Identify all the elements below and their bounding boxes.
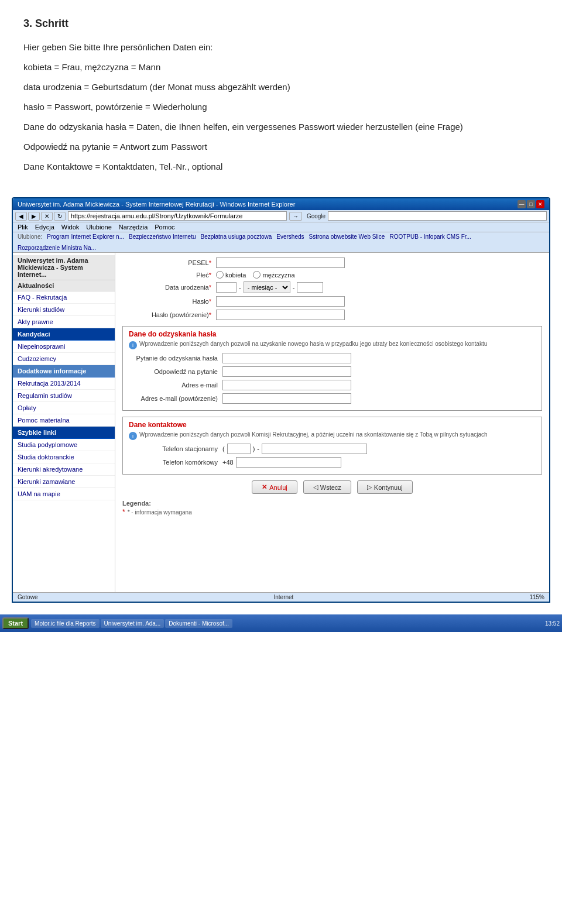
menu-edycja[interactable]: Edycja	[35, 224, 54, 231]
address-bar[interactable]	[68, 211, 287, 221]
haslo-input[interactable]	[216, 296, 345, 307]
recovery-desc: i Wprowadzenie poniższych danych pozwoli…	[129, 341, 536, 349]
sidebar-szybkie[interactable]: Szybkie linki	[13, 427, 115, 439]
cancel-label: Anuluj	[269, 484, 287, 491]
taskbar-item-1[interactable]: Uniwersytet im. Ada...	[101, 619, 165, 628]
taskbar-items: Motor.ic file dla Reports Uniwersytet im…	[31, 619, 543, 628]
close-button[interactable]: ✕	[536, 200, 544, 208]
haslo-pow-row: Hasło (powtórzenie)*	[122, 310, 542, 320]
email-label: Adres e-mail	[129, 382, 222, 389]
search-label: Google	[307, 213, 325, 219]
sidebar-akty-prawne[interactable]: Akty prawne	[13, 316, 115, 328]
back-icon: ◁	[313, 483, 318, 491]
fav-3[interactable]: Eversheds	[276, 233, 304, 240]
menu-widok[interactable]: Widok	[61, 224, 80, 231]
sidebar-faq[interactable]: FAQ - Rekrutacja	[13, 291, 115, 304]
tel-kom-row: Telefon komórkowy +48	[129, 457, 536, 468]
month-select[interactable]: - miesiąc - styczeń luty marzec kwiecień…	[244, 281, 290, 293]
tel-area-input[interactable]	[227, 444, 251, 454]
fav-5[interactable]: ROOTPUB - Infopark CMS Fr...	[389, 233, 471, 240]
nav-buttons: ◀ ▶ ✕ ↻	[15, 212, 66, 221]
legenda-required: * * - informacja wymagana	[122, 508, 542, 516]
pytanie-label: Pytanie do odzyskania hasła	[129, 355, 222, 362]
sidebar-oplaty[interactable]: Opłaty	[13, 402, 115, 414]
haslo-pow-input[interactable]	[216, 310, 345, 320]
sidebar-doktoranckie[interactable]: Studia doktoranckie	[13, 451, 115, 463]
pytanie-row: Pytanie do odzyskania hasła	[129, 353, 536, 363]
sidebar-aktualnosci[interactable]: Aktualności	[13, 280, 115, 291]
browser-window: Uniwersytet im. Adama Mickiewicza - Syst…	[12, 197, 550, 603]
tel-stac-row: Telefon stacjonarny ( ) -	[129, 444, 536, 454]
fav-0[interactable]: Program Internet Explorer n...	[47, 233, 124, 240]
date-sep1: -	[239, 284, 241, 291]
kobieta-radio[interactable]	[216, 271, 224, 279]
fav-1[interactable]: Bezpieczeństwo Internetu	[129, 233, 196, 240]
taskbar-item-0[interactable]: Motor.ic file dla Reports	[31, 619, 100, 628]
tel-number-input[interactable]	[262, 444, 367, 454]
maximize-button[interactable]: □	[527, 200, 535, 208]
odpowiedz-input[interactable]	[222, 366, 351, 377]
sidebar-kierunki-studiow[interactable]: Kierunki studiów	[13, 304, 115, 316]
mezczyzna-radio[interactable]	[253, 271, 261, 279]
taskbar-item-2[interactable]: Dokumenti - Microsof...	[165, 619, 232, 628]
pytanie-input[interactable]	[222, 353, 351, 363]
back-nav-button[interactable]: ◀	[15, 212, 27, 221]
fav-2[interactable]: Bezpłatna usługa pocztowa	[201, 233, 272, 240]
sidebar-uam-mapa[interactable]: UAM na mapie	[13, 488, 115, 500]
search-input[interactable]	[328, 211, 547, 221]
menu-pomoc[interactable]: Pomoc	[155, 224, 174, 231]
start-button[interactable]: Start	[2, 617, 29, 629]
email-pow-input[interactable]	[222, 393, 351, 404]
email-input[interactable]	[222, 380, 351, 390]
kobieta-radio-label[interactable]: kobieta	[216, 271, 246, 279]
zoom-text: 115%	[529, 594, 544, 600]
sidebar-pomoc[interactable]: Pomoc materialna	[13, 414, 115, 427]
menu-plik[interactable]: Plik	[18, 224, 28, 231]
menu-narzedzia[interactable]: Narzędzia	[119, 224, 148, 231]
sidebar-kandydaci[interactable]: Kandydaci	[13, 328, 115, 341]
sidebar-zamawiane[interactable]: Kierunki zamawiane	[13, 476, 115, 488]
mezczyzna-radio-label[interactable]: mężczyzna	[253, 271, 294, 279]
continue-button[interactable]: ▷ Kontynuuj	[357, 480, 413, 494]
fav-4[interactable]: Sstrona obwebsite Web Slice	[309, 233, 385, 240]
tel-dash: -	[257, 445, 259, 452]
sidebar-cudzoziemcy[interactable]: Cudzoziemcy	[13, 353, 115, 365]
data-ur-label: Data urodzenia*	[122, 284, 216, 291]
tel-kom-label: Telefon komórkowy	[129, 459, 222, 466]
sidebar-dodatkowe[interactable]: Dodatkowe informacje	[13, 365, 115, 377]
browser-titlebar: Uniwersytet im. Adama Mickiewicza - Syst…	[13, 198, 549, 210]
minimize-button[interactable]: —	[518, 200, 526, 208]
continue-icon: ▷	[367, 483, 372, 491]
day-input[interactable]	[216, 282, 237, 293]
tel-prefix: +48	[222, 459, 234, 466]
pesel-input[interactable]	[216, 257, 345, 268]
tel-paren-open: (	[222, 445, 225, 452]
tel-stac-group: ( ) -	[222, 444, 367, 454]
refresh-button[interactable]: ↻	[54, 212, 66, 221]
para-3: data urodzenia = Geburtsdatum (der Monat…	[23, 80, 539, 94]
browser-status-bar: Gotowe Internet 115%	[13, 592, 549, 602]
sidebar-rekrutacja[interactable]: Rekrutacja 2013/2014	[13, 377, 115, 390]
tel-stac-label: Telefon stacjonarny	[129, 445, 222, 452]
menu-ulubione[interactable]: Ulubione	[86, 224, 111, 231]
fav-6[interactable]: Rozporządzenie Ministra Na...	[18, 245, 96, 251]
forward-nav-button[interactable]: ▶	[28, 212, 40, 221]
year-input[interactable]	[297, 282, 323, 293]
cancel-button[interactable]: ✕ Anuluj	[252, 480, 297, 494]
back-button[interactable]: ◁ Wstecz	[303, 480, 351, 494]
sidebar-niepelnosprawni[interactable]: Niepełnosprawni	[13, 341, 115, 353]
browser-sidebar: Uniwersytet im. Adama Mickiewicza - Syst…	[13, 253, 115, 592]
required-text: * - informacja wymagana	[128, 509, 192, 516]
sidebar-site-label: Uniwersytet im. Adama Mickiewicza - Syst…	[13, 255, 115, 280]
doc-section: 3. Schritt Hier geben Sie bitte Ihre per…	[0, 0, 562, 191]
sidebar-podyplomowe[interactable]: Studia podyplomowe	[13, 439, 115, 451]
recovery-title: Dane do odzyskania hasła	[129, 330, 536, 338]
sidebar-akredytowane[interactable]: Kierunki akredytowane	[13, 463, 115, 476]
go-button[interactable]: →	[289, 212, 302, 221]
tel-kom-input[interactable]	[236, 457, 341, 468]
plec-radio-group: kobieta mężczyzna	[216, 271, 295, 279]
sidebar-regulamin[interactable]: Regulamin studiów	[13, 390, 115, 402]
mezczyzna-label: mężczyzna	[262, 272, 294, 279]
kobieta-label: kobieta	[225, 272, 246, 279]
stop-button[interactable]: ✕	[41, 212, 53, 221]
